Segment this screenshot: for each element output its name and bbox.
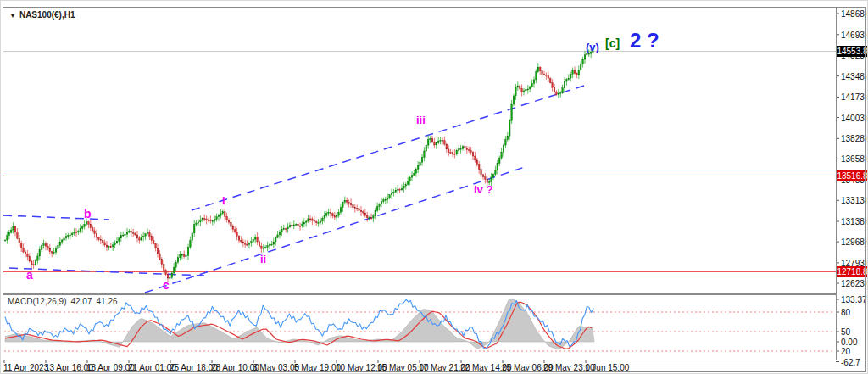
candle-body (106, 245, 108, 247)
candle-body (173, 267, 175, 273)
macd-tick-label[interactable]: 50 (841, 327, 850, 337)
price-tick-label[interactable]: 14173.6 (841, 92, 868, 102)
candle-body (322, 218, 324, 221)
price-tick-label[interactable]: 14348.6 (841, 72, 868, 81)
candle-body (350, 203, 352, 204)
trend-line[interactable] (145, 167, 525, 293)
wave-label-iv[interactable]: iv ? (474, 183, 492, 196)
price-tick-label[interactable]: 12968.6 (841, 237, 868, 247)
time-tick-label[interactable]: 11 Apr 2023 (3, 363, 48, 372)
candle-body (224, 212, 225, 216)
candle-body (149, 232, 151, 236)
wave-label-a[interactable]: a (26, 268, 33, 282)
candle-body (100, 239, 102, 240)
price-tick-label[interactable]: 13828.6 (841, 134, 868, 143)
candle-body (346, 200, 348, 202)
candle-body (220, 214, 222, 216)
candle-body (47, 246, 49, 248)
candle-body (43, 244, 45, 246)
price-tick-label[interactable]: 13658.6 (841, 154, 868, 164)
price-tick-label[interactable]: 14693.6 (841, 31, 868, 40)
candle-body (126, 232, 128, 234)
candle-body (460, 148, 462, 149)
time-tick-label[interactable]: 5 May 19:00 (294, 363, 341, 372)
candle-body (29, 257, 31, 261)
candle-body (298, 224, 299, 226)
price-tick-label[interactable]: 12623.6 (841, 279, 868, 288)
candle-body (360, 210, 362, 212)
candle-body (334, 216, 336, 217)
candle-body (529, 87, 531, 89)
wave-label-ii[interactable]: ii (260, 253, 266, 265)
candle-body (210, 220, 212, 220)
wave-label-c[interactable]: [c] (605, 36, 620, 50)
candle-body (580, 64, 581, 70)
macd-main-value: 42.07 (70, 297, 92, 306)
candle-body (397, 189, 398, 190)
chevron-down-icon[interactable]: ▼ (9, 12, 16, 20)
wave-label-i[interactable]: i (222, 194, 225, 207)
candle-body (444, 141, 446, 144)
macd-tick-label[interactable]: 0.00 (841, 338, 857, 347)
candle-body (119, 238, 120, 241)
time-tick-label[interactable]: 3 May 03:00 (253, 363, 299, 372)
wave-label-v[interactable]: (v) (586, 41, 599, 53)
candle-body (196, 223, 198, 225)
time-tick-label[interactable]: 1 Jun 15:00 (585, 363, 629, 372)
candle-body (515, 87, 517, 96)
candle-body (228, 220, 230, 222)
candle-body (330, 212, 331, 214)
pane-separator[interactable] (3, 293, 836, 295)
candle-body (543, 75, 545, 75)
trend-line[interactable] (192, 86, 584, 210)
wave-label-2[interactable]: 2 ? (630, 29, 659, 53)
price-tick-label[interactable]: 13138.6 (841, 217, 868, 226)
chart-canvas[interactable] (1, 1, 868, 374)
candle-body (542, 71, 543, 75)
candle-body (102, 240, 103, 243)
macd-name: MACD(12,26,9) (8, 297, 66, 306)
candle-body (409, 177, 411, 181)
candle-body (55, 248, 57, 252)
candle-body (214, 220, 215, 221)
wave-label-iii[interactable]: iii (416, 114, 426, 126)
price-tick-label[interactable]: 14868.6 (841, 9, 868, 19)
candle-body (491, 177, 492, 181)
candle-body (253, 239, 254, 242)
candle-body (277, 235, 279, 237)
price-pane[interactable] (3, 48, 836, 293)
candle-body (180, 254, 181, 257)
candle-body (552, 83, 554, 87)
candle-body (342, 202, 344, 207)
macd-tick-label[interactable]: 20 (841, 347, 850, 356)
macd-tick-label[interactable]: 133.37 (841, 295, 867, 304)
candle-body (37, 256, 39, 261)
candle-series[interactable] (4, 48, 593, 282)
time-axis-separator (3, 360, 866, 360)
candle-body (236, 232, 238, 237)
macd-tick-label[interactable]: 80 (841, 308, 850, 317)
candle-body (206, 219, 208, 220)
candle-body (175, 262, 177, 267)
candle-body (476, 160, 478, 165)
candle-body (68, 235, 70, 236)
candle-body (478, 165, 480, 170)
candle-body (578, 70, 580, 75)
wave-label-c[interactable]: c (163, 278, 170, 292)
candle-body (452, 153, 453, 154)
candle-body (208, 220, 209, 220)
candle-body (98, 237, 100, 239)
candle-body (84, 224, 86, 226)
candle-body (147, 232, 148, 233)
macd-pane[interactable] (4, 299, 835, 351)
candle-body (576, 73, 578, 75)
wave-label-b[interactable]: b (84, 207, 92, 220)
price-tick-label[interactable]: 13313.6 (841, 196, 868, 205)
candle-body (328, 212, 330, 213)
price-tick-label[interactable]: 14003.6 (841, 114, 868, 123)
candle-body (231, 222, 232, 226)
trend-line[interactable] (3, 215, 109, 220)
candle-body (570, 74, 571, 78)
symbol-title-text: NAS100(€),H1 (19, 10, 75, 20)
candle-body (391, 193, 392, 194)
